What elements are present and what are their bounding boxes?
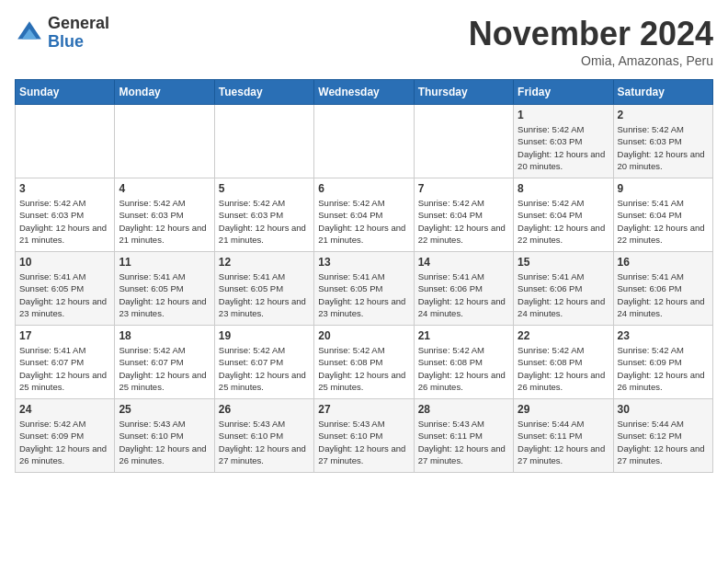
- day-info: Sunrise: 5:43 AMSunset: 6:10 PMDaylight:…: [219, 418, 310, 466]
- calendar-cell: 3Sunrise: 5:42 AMSunset: 6:03 PMDaylight…: [16, 178, 115, 252]
- location-subtitle: Omia, Amazonas, Peru: [469, 53, 713, 68]
- calendar-cell: 2Sunrise: 5:42 AMSunset: 6:03 PMDaylight…: [613, 105, 712, 178]
- calendar-cell: 14Sunrise: 5:41 AMSunset: 6:06 PMDayligh…: [414, 252, 513, 326]
- calendar-cell: [314, 105, 414, 178]
- calendar-header-row: SundayMondayTuesdayWednesdayThursdayFrid…: [16, 80, 713, 105]
- calendar-cell: 24Sunrise: 5:42 AMSunset: 6:09 PMDayligh…: [16, 399, 115, 473]
- calendar-cell: 6Sunrise: 5:42 AMSunset: 6:04 PMDaylight…: [314, 178, 414, 252]
- day-number: 1: [518, 109, 609, 121]
- day-number: 7: [418, 182, 509, 195]
- calendar-cell: 22Sunrise: 5:42 AMSunset: 6:08 PMDayligh…: [514, 326, 613, 399]
- day-info: Sunrise: 5:42 AMSunset: 6:08 PMDaylight:…: [518, 344, 609, 393]
- day-info: Sunrise: 5:42 AMSunset: 6:09 PMDaylight:…: [618, 344, 709, 393]
- day-info: Sunrise: 5:42 AMSunset: 6:03 PMDaylight:…: [518, 123, 609, 172]
- calendar-cell: 1Sunrise: 5:42 AMSunset: 6:03 PMDaylight…: [514, 105, 613, 178]
- calendar-cell: 20Sunrise: 5:42 AMSunset: 6:08 PMDayligh…: [314, 326, 414, 399]
- calendar-cell: 9Sunrise: 5:41 AMSunset: 6:04 PMDaylight…: [613, 178, 712, 252]
- calendar-cell: 19Sunrise: 5:42 AMSunset: 6:07 PMDayligh…: [214, 326, 313, 399]
- day-info: Sunrise: 5:41 AMSunset: 6:05 PMDaylight:…: [318, 270, 409, 319]
- calendar-cell: 7Sunrise: 5:42 AMSunset: 6:04 PMDaylight…: [414, 178, 513, 252]
- calendar-week-4: 17Sunrise: 5:41 AMSunset: 6:07 PMDayligh…: [16, 326, 713, 399]
- calendar-cell: 25Sunrise: 5:43 AMSunset: 6:10 PMDayligh…: [115, 399, 214, 473]
- day-info: Sunrise: 5:42 AMSunset: 6:03 PMDaylight:…: [19, 197, 110, 246]
- weekday-header-friday: Friday: [514, 80, 613, 105]
- day-number: 12: [219, 256, 310, 269]
- day-number: 19: [219, 329, 310, 342]
- day-number: 28: [418, 403, 509, 416]
- day-info: Sunrise: 5:42 AMSunset: 6:07 PMDaylight:…: [219, 344, 310, 393]
- day-info: Sunrise: 5:43 AMSunset: 6:10 PMDaylight:…: [119, 418, 210, 466]
- day-number: 3: [19, 182, 110, 195]
- day-info: Sunrise: 5:41 AMSunset: 6:05 PMDaylight:…: [219, 270, 310, 319]
- calendar-table: SundayMondayTuesdayWednesdayThursdayFrid…: [15, 79, 713, 473]
- calendar-cell: 26Sunrise: 5:43 AMSunset: 6:10 PMDayligh…: [214, 399, 313, 473]
- day-info: Sunrise: 5:42 AMSunset: 6:04 PMDaylight:…: [318, 197, 409, 246]
- calendar-cell: 21Sunrise: 5:42 AMSunset: 6:08 PMDayligh…: [414, 326, 513, 399]
- day-number: 2: [618, 109, 709, 121]
- day-number: 27: [318, 403, 409, 416]
- weekday-header-wednesday: Wednesday: [314, 80, 414, 105]
- day-info: Sunrise: 5:41 AMSunset: 6:05 PMDaylight:…: [19, 270, 110, 319]
- calendar-cell: 4Sunrise: 5:42 AMSunset: 6:03 PMDaylight…: [115, 178, 214, 252]
- weekday-header-tuesday: Tuesday: [214, 80, 313, 105]
- day-number: 6: [318, 182, 409, 195]
- day-number: 17: [19, 329, 110, 342]
- day-info: Sunrise: 5:41 AMSunset: 6:07 PMDaylight:…: [19, 344, 110, 393]
- day-number: 8: [518, 182, 609, 195]
- calendar-cell: [115, 105, 214, 178]
- page-header: General Blue November 2024 Omia, Amazona…: [15, 15, 713, 68]
- day-number: 4: [119, 182, 210, 195]
- calendar-week-2: 3Sunrise: 5:42 AMSunset: 6:03 PMDaylight…: [16, 178, 713, 252]
- day-number: 30: [618, 403, 709, 416]
- day-number: 11: [119, 256, 210, 269]
- day-info: Sunrise: 5:42 AMSunset: 6:04 PMDaylight:…: [418, 197, 509, 246]
- calendar-cell: 30Sunrise: 5:44 AMSunset: 6:12 PMDayligh…: [613, 399, 712, 473]
- calendar-cell: [16, 105, 115, 178]
- calendar-cell: 5Sunrise: 5:42 AMSunset: 6:03 PMDaylight…: [214, 178, 313, 252]
- calendar-body: 1Sunrise: 5:42 AMSunset: 6:03 PMDaylight…: [16, 105, 713, 473]
- day-info: Sunrise: 5:42 AMSunset: 6:07 PMDaylight:…: [119, 344, 210, 393]
- title-block: November 2024 Omia, Amazonas, Peru: [469, 15, 713, 68]
- day-info: Sunrise: 5:44 AMSunset: 6:11 PMDaylight:…: [518, 418, 609, 466]
- calendar-cell: 27Sunrise: 5:43 AMSunset: 6:10 PMDayligh…: [314, 399, 414, 473]
- day-info: Sunrise: 5:41 AMSunset: 6:04 PMDaylight:…: [618, 197, 709, 246]
- logo: General Blue: [15, 15, 109, 52]
- calendar-cell: 13Sunrise: 5:41 AMSunset: 6:05 PMDayligh…: [314, 252, 414, 326]
- calendar-week-1: 1Sunrise: 5:42 AMSunset: 6:03 PMDaylight…: [16, 105, 713, 178]
- day-number: 16: [618, 256, 709, 269]
- logo-icon: [15, 18, 44, 48]
- logo-general: General: [48, 15, 109, 33]
- calendar-cell: 17Sunrise: 5:41 AMSunset: 6:07 PMDayligh…: [16, 326, 115, 399]
- calendar-cell: 16Sunrise: 5:41 AMSunset: 6:06 PMDayligh…: [613, 252, 712, 326]
- day-info: Sunrise: 5:41 AMSunset: 6:06 PMDaylight:…: [518, 270, 609, 319]
- weekday-header-thursday: Thursday: [414, 80, 513, 105]
- calendar-cell: 10Sunrise: 5:41 AMSunset: 6:05 PMDayligh…: [16, 252, 115, 326]
- calendar-cell: 8Sunrise: 5:42 AMSunset: 6:04 PMDaylight…: [514, 178, 613, 252]
- day-info: Sunrise: 5:42 AMSunset: 6:08 PMDaylight:…: [318, 344, 409, 393]
- day-number: 23: [618, 329, 709, 342]
- day-info: Sunrise: 5:44 AMSunset: 6:12 PMDaylight:…: [618, 418, 709, 466]
- calendar-cell: 12Sunrise: 5:41 AMSunset: 6:05 PMDayligh…: [214, 252, 313, 326]
- day-info: Sunrise: 5:42 AMSunset: 6:08 PMDaylight:…: [418, 344, 509, 393]
- day-number: 18: [119, 329, 210, 342]
- calendar-cell: 23Sunrise: 5:42 AMSunset: 6:09 PMDayligh…: [613, 326, 712, 399]
- logo-text: General Blue: [48, 15, 109, 52]
- month-title: November 2024: [469, 15, 713, 53]
- calendar-cell: 15Sunrise: 5:41 AMSunset: 6:06 PMDayligh…: [514, 252, 613, 326]
- day-number: 26: [219, 403, 310, 416]
- logo-blue: Blue: [48, 33, 109, 52]
- weekday-header-monday: Monday: [115, 80, 214, 105]
- day-number: 21: [418, 329, 509, 342]
- day-info: Sunrise: 5:41 AMSunset: 6:06 PMDaylight:…: [618, 270, 709, 319]
- day-number: 14: [418, 256, 509, 269]
- day-number: 10: [19, 256, 110, 269]
- day-number: 25: [119, 403, 210, 416]
- weekday-header-sunday: Sunday: [16, 80, 115, 105]
- day-number: 15: [518, 256, 609, 269]
- day-number: 29: [518, 403, 609, 416]
- calendar-week-5: 24Sunrise: 5:42 AMSunset: 6:09 PMDayligh…: [16, 399, 713, 473]
- day-number: 9: [618, 182, 709, 195]
- day-number: 24: [19, 403, 110, 416]
- day-info: Sunrise: 5:42 AMSunset: 6:03 PMDaylight:…: [219, 197, 310, 246]
- calendar-cell: 28Sunrise: 5:43 AMSunset: 6:11 PMDayligh…: [414, 399, 513, 473]
